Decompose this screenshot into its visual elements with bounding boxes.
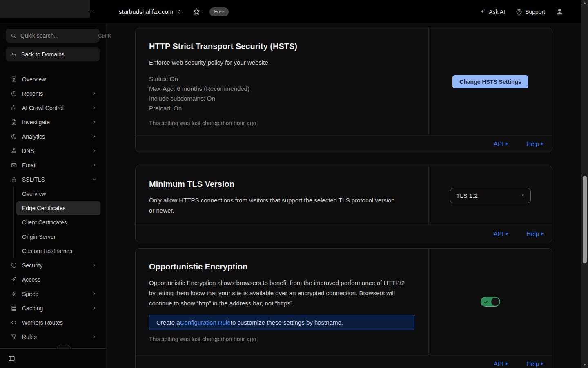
configuration-rule-banner: Create a Configuration Rule to customize… xyxy=(149,315,414,330)
sidebar-item-dns[interactable]: DNS xyxy=(0,144,106,158)
sidebar-item-ai-crawl-control[interactable]: AI Crawl Control xyxy=(0,101,106,115)
sidebar-item-recents[interactable]: Recents xyxy=(0,86,106,101)
tls-version-value: TLS 1.2 xyxy=(456,192,478,199)
chevron-right-icon xyxy=(92,263,96,267)
pie-chart-icon xyxy=(11,133,17,140)
sidebar-subitem-edge-certificates[interactable]: Edge Certificates xyxy=(0,201,106,215)
scroll-down-arrow[interactable] xyxy=(583,364,586,366)
login-arrow-icon xyxy=(11,276,17,283)
hsts-card: HTTP Strict Transport Security (HSTS) En… xyxy=(135,28,552,152)
hsts-preload: Preload: On xyxy=(149,103,412,113)
sidebar-subitem-client-certificates[interactable]: Client Certificates xyxy=(0,215,106,229)
user-avatar-icon[interactable] xyxy=(556,8,564,16)
chevron-right-icon xyxy=(92,306,96,310)
configuration-rule-link[interactable]: Configuration Rule xyxy=(180,319,231,326)
account-menu-overflow[interactable]: ... xyxy=(89,6,94,13)
api-link-label: API xyxy=(494,360,503,367)
back-to-domains-button[interactable]: Back to Domains xyxy=(6,47,100,61)
min-tls-api-link[interactable]: API ▶ xyxy=(494,230,508,237)
sidebar-item-security[interactable]: Security xyxy=(0,258,106,272)
network-tree-icon xyxy=(11,148,17,154)
chevron-down-icon xyxy=(92,177,96,182)
account-logo-area xyxy=(0,0,90,18)
domain-selector[interactable]: starbudshalifax.com Free xyxy=(119,0,229,23)
sidebar-item-investigate[interactable]: Investigate xyxy=(0,115,106,129)
oe-last-changed: This setting was last changed an hour ag… xyxy=(149,336,412,342)
opportunistic-encryption-toggle[interactable] xyxy=(481,297,500,307)
sidebar-item-label: Access xyxy=(22,276,40,283)
support-button[interactable]: Support xyxy=(516,9,545,15)
sidebar-subitem-label: Custom Hostnames xyxy=(16,244,100,258)
min-tls-help-link[interactable]: Help ▶ xyxy=(526,230,544,237)
oe-help-link[interactable]: Help ▶ xyxy=(526,360,544,367)
shield-icon xyxy=(11,262,17,269)
oe-api-link[interactable]: API ▶ xyxy=(494,360,508,367)
document-icon xyxy=(11,76,17,83)
hsts-include-subdomains: Include subdomains: On xyxy=(149,94,412,103)
top-bar: ... starbudshalifax.com Free Ask AI Supp… xyxy=(0,0,581,23)
main-content: HTTP Strict Transport Security (HSTS) En… xyxy=(106,23,581,368)
layers-icon xyxy=(11,305,17,312)
check-icon xyxy=(484,300,488,304)
hsts-max-age: Max-Age: 6 months (Recommended) xyxy=(149,84,412,94)
change-hsts-settings-button[interactable]: Change HSTS Settings xyxy=(452,75,528,88)
scrollbar-thumb[interactable] xyxy=(583,176,587,263)
sidebar-item-label: DNS xyxy=(22,148,34,154)
chevron-right-icon xyxy=(92,334,96,339)
sidebar-item-access[interactable]: Access xyxy=(0,272,106,287)
sidebar: Ctrl K Back to Domains Overview Recents … xyxy=(0,23,106,368)
hsts-help-link[interactable]: Help ▶ xyxy=(526,140,544,147)
play-arrow-icon: ▶ xyxy=(541,142,544,146)
sidebar-subitem-origin-server[interactable]: Origin Server xyxy=(0,229,106,244)
collapse-sidebar-button[interactable] xyxy=(8,355,15,362)
domain-name: starbudshalifax.com xyxy=(119,8,173,15)
chevron-right-icon xyxy=(92,148,96,153)
api-link-label: API xyxy=(494,140,503,147)
quick-search[interactable]: Ctrl K xyxy=(6,29,100,43)
sidebar-item-caching[interactable]: Caching xyxy=(0,301,106,315)
page-scrollbar[interactable] xyxy=(581,0,588,368)
sidebar-subitem-label: Origin Server xyxy=(16,230,100,244)
sidebar-subitem-custom-hostnames[interactable]: Custom Hostnames xyxy=(0,244,106,258)
sidebar-item-speed[interactable]: Speed xyxy=(0,287,106,301)
hsts-api-link[interactable]: API ▶ xyxy=(494,140,508,147)
sidebar-item-analytics[interactable]: Analytics xyxy=(0,129,106,144)
support-label: Support xyxy=(525,9,545,15)
favorite-star-icon[interactable] xyxy=(193,8,200,16)
code-brackets-icon xyxy=(11,319,17,326)
api-link-label: API xyxy=(494,230,503,237)
sidebar-item-email[interactable]: Email xyxy=(0,158,106,172)
sidebar-item-label: Investigate xyxy=(22,119,50,126)
min-tls-title: Minimum TLS Version xyxy=(149,179,412,189)
search-icon xyxy=(11,33,17,39)
sidebar-divider xyxy=(0,348,106,349)
search-input[interactable] xyxy=(20,32,94,39)
return-arrow-icon xyxy=(11,52,17,58)
sidebar-item-label: Recents xyxy=(22,90,43,97)
sidebar-subitem-label-selected: Edge Certificates xyxy=(16,201,100,215)
ask-ai-button[interactable]: Ask AI xyxy=(479,9,505,15)
sidebar-item-overview[interactable]: Overview xyxy=(0,72,106,86)
sidebar-item-label: Workers Routes xyxy=(22,319,63,326)
play-arrow-icon: ▶ xyxy=(541,232,544,236)
sidebar-nav: Overview Recents AI Crawl Control Invest… xyxy=(0,72,106,344)
sidebar-item-rules[interactable]: Rules xyxy=(0,330,106,344)
sidebar-subitem-label: Client Certificates xyxy=(16,215,100,229)
back-to-domains-label: Back to Domains xyxy=(21,51,65,58)
sidebar-item-workers-routes[interactable]: Workers Routes xyxy=(0,315,106,330)
ask-ai-label: Ask AI xyxy=(489,9,505,15)
play-arrow-icon: ▶ xyxy=(506,232,508,236)
sidebar-item-ssl-tls[interactable]: SSL/TLS xyxy=(0,172,106,186)
min-tls-card: Minimum TLS Version Only allow HTTPS con… xyxy=(135,166,552,242)
hsts-status: Status: On xyxy=(149,74,412,84)
sidebar-item-label: Email xyxy=(22,162,36,168)
chevron-up-down-icon[interactable] xyxy=(176,9,182,15)
tls-version-select[interactable]: TLS 1.2 ▼ xyxy=(450,188,531,203)
play-arrow-icon: ▶ xyxy=(506,362,508,366)
banner-text-prefix: Create a xyxy=(156,319,180,326)
sidebar-subitem-ssl-overview[interactable]: Overview xyxy=(0,186,106,201)
scroll-up-arrow[interactable] xyxy=(583,2,586,4)
play-arrow-icon: ▶ xyxy=(506,142,508,146)
chevron-right-icon xyxy=(92,163,96,167)
opportunistic-encryption-card: Opportunistic Encryption Opportunistic E… xyxy=(135,248,552,368)
